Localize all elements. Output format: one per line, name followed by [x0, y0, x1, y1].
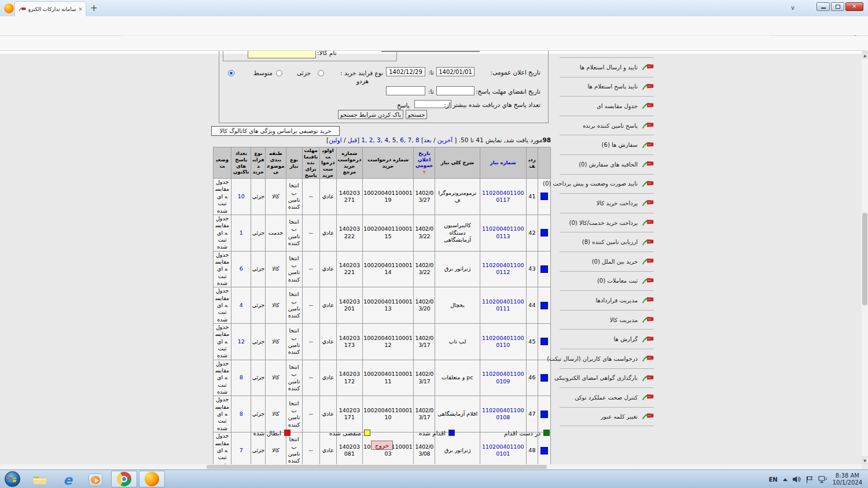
column-header[interactable]: نوع نیاز	[286, 147, 302, 179]
sidebar-item[interactable]: بارگذاری گواهی امضای الکترونیکی	[560, 368, 654, 388]
internet-explorer-taskbar-button[interactable]: e	[60, 473, 75, 487]
need-number-link[interactable]: 1102004011000110	[482, 335, 524, 348]
sidebar-item[interactable]: پرداخت خرید کالا	[560, 193, 654, 213]
scroll-up-icon[interactable]: ▲	[862, 51, 868, 59]
sidebar-item[interactable]: تایید صورت وضعیت و پیش پرداخت (0)	[560, 174, 654, 194]
need-number-link[interactable]: 1102004011000111	[482, 298, 524, 312]
browser-tab[interactable]: سامانه تدارکات الکترونیکی دولت ✕	[14, 1, 86, 16]
responses-count-link[interactable]: 12	[238, 338, 245, 345]
responses-count-link[interactable]: 10	[238, 193, 245, 199]
sidebar-item[interactable]: تایید پاسخ استعلام ها	[560, 77, 654, 97]
tab-close-icon[interactable]: ✕	[78, 6, 83, 12]
catalog-purchase-button[interactable]: خرید توصیفی براساس ویژگی های کاتالوگ کال…	[211, 126, 340, 136]
product-name-input[interactable]	[248, 51, 316, 58]
close-button[interactable]: ✕	[845, 2, 863, 11]
clear-search-button[interactable]: پاک کردن شرایط جستجو	[338, 110, 403, 119]
responses-count-link[interactable]: 1	[240, 230, 243, 236]
need-number-link[interactable]: 1102004011000117	[482, 190, 524, 203]
column-header[interactable]	[538, 147, 550, 179]
row-number-cell: 41	[526, 179, 538, 215]
sidebar-item[interactable]: تغییر کلمه عبور	[560, 407, 654, 427]
page-number[interactable]: 3	[377, 136, 381, 143]
network-icon[interactable]	[818, 476, 827, 483]
page-number[interactable]: 5	[392, 136, 396, 143]
deadline-to-input[interactable]	[386, 86, 425, 95]
responses-count-link[interactable]: 4	[240, 302, 243, 308]
sidebar-item[interactable]: پرداخت خرید خدمت/کالا (0)	[560, 213, 654, 232]
chrome-taskbar-button[interactable]	[111, 471, 137, 487]
need-number-link[interactable]: 1102004011000108	[482, 407, 524, 420]
page-number[interactable]: 4	[384, 136, 388, 143]
page-number[interactable]: 1	[361, 136, 365, 143]
scroll-down-icon[interactable]: ▼	[862, 456, 868, 464]
search-button[interactable]: جستجو	[406, 110, 427, 119]
column-header[interactable]: مهلت باقیمانده برای پاسخ	[302, 147, 319, 179]
responses-count-link[interactable]: 7	[240, 447, 243, 453]
column-header[interactable]: ردیف	[526, 147, 538, 179]
sidebar-item[interactable]: ثبت معاملات (0)	[560, 271, 654, 291]
vertical-scroll-thumb[interactable]	[862, 213, 867, 305]
responses-count-link[interactable]: 6	[240, 265, 243, 272]
sidebar-item[interactable]: الحاقیه های سفارش (0)	[560, 154, 654, 174]
process-both-radio[interactable]	[228, 70, 234, 76]
column-header[interactable]: شماره درخواست خرید	[362, 147, 413, 179]
process-partial-radio[interactable]	[318, 70, 324, 76]
start-button[interactable]	[5, 471, 20, 487]
column-header[interactable]: تعداد پاسخ های تاکنون	[231, 147, 251, 179]
sidebar-item[interactable]: خرید بین الملل (0)	[560, 252, 654, 271]
sidebar-item[interactable]: کنترل صحت عملکرد توکن	[560, 387, 654, 407]
sidebar-item[interactable]: پاسخ تامین کننده برنده	[560, 116, 654, 135]
need-number-link[interactable]: 1102004011000113	[482, 225, 524, 239]
language-indicator[interactable]: EN	[769, 476, 778, 483]
sidebar-item[interactable]: گزارش ها	[560, 329, 654, 349]
horizontal-scrollbar[interactable]	[0, 464, 862, 469]
sidebar-item[interactable]: مدیریت کالا	[560, 310, 654, 330]
new-tab-button[interactable]: +	[90, 3, 98, 13]
need-number-link[interactable]: 1102004011000109	[482, 371, 524, 384]
page-link-last[interactable]: آخرین	[437, 136, 453, 143]
sidebar-item[interactable]: درخواست های کاربران (ارسال تیکت)	[560, 349, 654, 368]
exit-button[interactable]: خروج	[371, 441, 393, 450]
action-center-flag-icon[interactable]	[806, 476, 813, 483]
need-number-link[interactable]: 1102004011000112	[482, 262, 524, 275]
column-header[interactable]: تاریخ اعلان عمومي ▼	[414, 147, 435, 179]
page-link-prev[interactable]: قبل	[348, 136, 357, 143]
page-number[interactable]: 6	[400, 136, 404, 143]
announce-date-from-input[interactable]	[436, 67, 475, 76]
sidebar-item[interactable]: تایید و ارسال استعلام ها	[560, 57, 654, 77]
vertical-scrollbar[interactable]: ▲ ▼	[862, 51, 868, 464]
minimize-button[interactable]	[816, 2, 830, 11]
column-header[interactable]: نوع فرایند خرید	[251, 147, 266, 179]
page-number[interactable]: 7	[408, 136, 412, 143]
volume-icon[interactable]	[793, 476, 801, 483]
restore-button[interactable]	[831, 2, 844, 11]
column-header[interactable]: طبقه بندی موضوعی	[266, 147, 286, 179]
column-header[interactable]: شماره درخواست خرید مرجع	[336, 147, 362, 179]
responses-count-link[interactable]: 8	[240, 411, 243, 417]
page-number[interactable]: 8	[415, 136, 420, 143]
tab-list-chevron-icon[interactable]: ∨	[790, 4, 795, 12]
sidebar-item[interactable]: جدول مقایسه ای	[560, 96, 654, 116]
announce-date-to-input[interactable]	[386, 67, 425, 76]
hidden-icons-caret-icon[interactable]	[783, 478, 788, 481]
horizontal-scroll-thumb[interactable]	[207, 465, 547, 469]
taskbar-clock[interactable]: 8:38 AM 10/1/2024	[833, 472, 862, 486]
column-header[interactable]: وضعیت	[214, 147, 231, 179]
column-header[interactable]: شرح کلي نیاز	[435, 147, 480, 179]
media-player-taskbar-button[interactable]	[88, 473, 103, 487]
need-number-link[interactable]: 1102004011000101	[482, 443, 524, 457]
page-number[interactable]: 2	[369, 136, 373, 143]
responses-count-link[interactable]: 8	[240, 374, 243, 380]
column-header[interactable]: شماره نیاز	[480, 147, 526, 179]
firefox-taskbar-button[interactable]	[139, 471, 165, 487]
column-header[interactable]: اولویت درخواست خرید	[319, 147, 336, 179]
sidebar-item[interactable]: سفارش ها (6)	[560, 135, 654, 154]
sidebar-item[interactable]: ارزیابی تامین کننده (8)	[560, 232, 654, 252]
sidebar-item[interactable]: مدیریت قراردادها	[560, 290, 654, 310]
process-medium-radio[interactable]	[276, 70, 282, 76]
page-link-first[interactable]: اولین	[329, 136, 341, 143]
description-cell: ترمومتروترموگراف	[435, 179, 480, 215]
explorer-taskbar-button[interactable]	[32, 473, 47, 487]
page-link-next[interactable]: بعد	[424, 136, 432, 143]
table-row: 421102004011000113کالیبراسیون دستگاه آزم…	[214, 215, 551, 251]
